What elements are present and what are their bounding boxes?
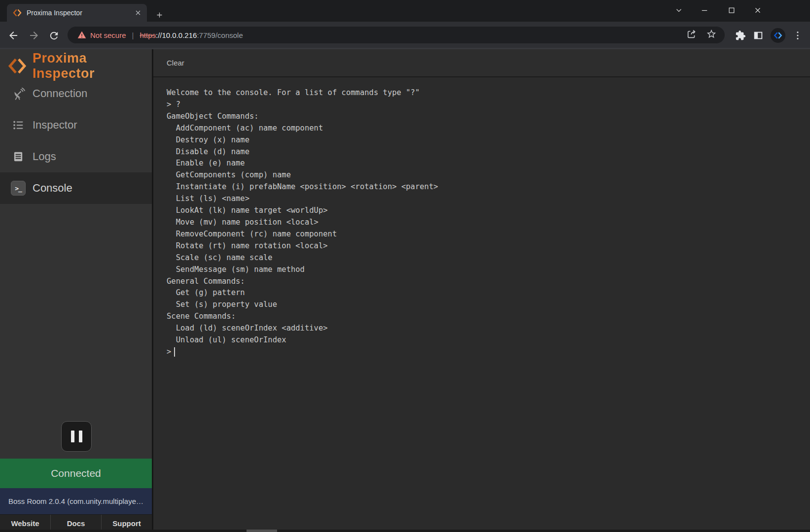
- extensions-puzzle-icon[interactable]: [735, 30, 746, 41]
- pause-icon: [71, 431, 74, 442]
- sidebar-nav: Connection Inspector: [0, 78, 152, 204]
- connection-status-badge: Connected: [0, 459, 152, 488]
- back-button[interactable]: [7, 29, 20, 42]
- tab-close-icon[interactable]: [133, 8, 143, 18]
- horizontal-scrollbar-thumb[interactable]: [247, 530, 277, 532]
- proxima-logo-icon: [8, 57, 27, 75]
- console-input-line[interactable]: >: [167, 346, 797, 358]
- sidebar-item-console[interactable]: >_ Console: [0, 172, 152, 204]
- site-security-chip[interactable]: Not secure: [77, 31, 126, 39]
- console-toolbar: Clear: [153, 49, 810, 77]
- clear-button[interactable]: Clear: [167, 59, 184, 67]
- window-close-button[interactable]: [750, 3, 765, 18]
- window-maximize-button[interactable]: [724, 3, 739, 18]
- tab-title: Proxima Inspector: [27, 9, 133, 17]
- url-scheme: https: [140, 31, 156, 39]
- tab-search-chevron-icon[interactable]: [671, 3, 686, 18]
- sidebar-item-label: Inspector: [33, 119, 77, 132]
- page-content: Proxima Inspector Connection: [0, 49, 810, 532]
- new-tab-button[interactable]: [153, 8, 166, 21]
- console-panel: Clear Welcome to the console. For a list…: [153, 49, 810, 532]
- console-prompt: >: [167, 346, 171, 358]
- proxima-favicon-icon: [13, 8, 22, 17]
- url-path: :7759/console: [197, 31, 243, 39]
- sidebar-item-label: Logs: [33, 150, 56, 163]
- warning-triangle-icon: [77, 31, 86, 39]
- project-info: Boss Room 2.0.4 (com.unity.multiplaye…: [0, 488, 152, 514]
- address-bar[interactable]: Not secure | https://10.0.0.216:7759/con…: [68, 27, 725, 43]
- console-output: Welcome to the console. For a list of co…: [153, 77, 810, 358]
- sidebar-item-label: Connection: [33, 87, 87, 100]
- satellite-icon: [10, 87, 27, 100]
- browser-toolbar: Not secure | https://10.0.0.216:7759/con…: [0, 22, 810, 49]
- pause-button[interactable]: [61, 421, 92, 452]
- browser-titlebar: Proxima Inspector: [0, 0, 810, 22]
- text-cursor: [174, 347, 175, 357]
- url-text: https://10.0.0.216:7759/console: [140, 31, 243, 39]
- app-logo: Proxima Inspector: [0, 49, 152, 78]
- sidebar: Proxima Inspector Connection: [0, 49, 153, 532]
- url-host: ://10.0.0.216: [156, 31, 197, 39]
- sidebar-item-connection[interactable]: Connection: [0, 78, 152, 109]
- sidebar-item-inspector[interactable]: Inspector: [0, 109, 152, 141]
- url-separator: |: [132, 31, 134, 39]
- app-title: Proxima Inspector: [33, 51, 152, 81]
- terminal-icon: >_: [10, 181, 27, 196]
- not-secure-label: Not secure: [90, 31, 126, 39]
- proxima-extension-icon[interactable]: [771, 28, 785, 43]
- horizontal-scrollbar[interactable]: [0, 530, 810, 532]
- window-minimize-button[interactable]: [697, 3, 712, 18]
- share-icon[interactable]: [686, 29, 697, 39]
- console-history: Welcome to the console. For a list of co…: [167, 87, 797, 346]
- refresh-button[interactable]: [47, 29, 60, 42]
- browser-menu-dots-icon[interactable]: [792, 30, 803, 41]
- sidebar-item-label: Console: [33, 182, 72, 195]
- side-panel-icon[interactable]: [753, 30, 764, 41]
- bookmark-star-icon[interactable]: [706, 29, 717, 39]
- logs-icon: [10, 150, 27, 163]
- forward-button[interactable]: [28, 29, 40, 42]
- browser-tab[interactable]: Proxima Inspector: [7, 4, 147, 22]
- list-icon: [10, 119, 27, 132]
- sidebar-item-logs[interactable]: Logs: [0, 141, 152, 172]
